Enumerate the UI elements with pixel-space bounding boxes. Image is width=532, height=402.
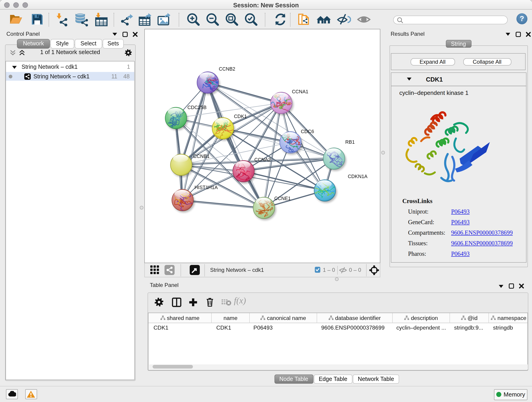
svg-text:CDKN1A: CDKN1A xyxy=(348,173,367,179)
svg-text:CCNB2: CCNB2 xyxy=(219,66,235,71)
svg-text:CDC25B: CDC25B xyxy=(187,104,206,110)
svg-text:CCNB1: CCNB1 xyxy=(193,153,209,159)
svg-text:CDC6: CDC6 xyxy=(301,128,314,134)
svg-text:RB1: RB1 xyxy=(345,139,355,144)
svg-text:HIST1H1A: HIST1H1A xyxy=(194,185,218,190)
svg-text:CDK1: CDK1 xyxy=(234,114,247,119)
svg-text:CCNA1: CCNA1 xyxy=(292,89,308,94)
svg-text:CCNE1: CCNE1 xyxy=(274,196,291,201)
svg-text:CCNA2: CCNA2 xyxy=(254,157,271,162)
